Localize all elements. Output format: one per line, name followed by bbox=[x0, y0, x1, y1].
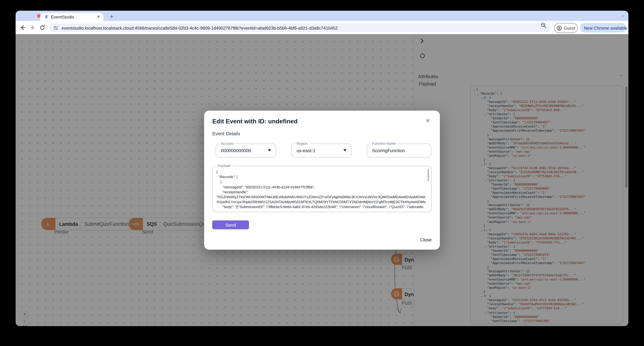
reload-icon[interactable] bbox=[38, 24, 46, 31]
modal-title: Edit Event with ID: undefined bbox=[212, 118, 298, 125]
region-value: us-east-1 bbox=[296, 148, 316, 153]
account-caret-icon bbox=[268, 149, 271, 151]
payload-label: Payload bbox=[216, 164, 232, 168]
new-tab-button[interactable]: + bbox=[108, 12, 116, 21]
payload-scrollbar[interactable] bbox=[428, 169, 429, 181]
browser-tab[interactable]: EventStudio ✕ bbox=[40, 13, 104, 21]
send-button[interactable]: Send bbox=[212, 220, 249, 229]
profile-chip[interactable]: Guest bbox=[554, 23, 578, 33]
edit-event-modal: Edit Event with ID: undefined ✕ Event De… bbox=[204, 111, 440, 250]
profile-label: Guest bbox=[564, 26, 575, 31]
account-label: Account bbox=[219, 142, 235, 145]
screenshot-stage: EventStudio ✕ + ⌄ eventstudio.localhost.… bbox=[0, 0, 644, 346]
tab-title: EventStudio bbox=[51, 14, 97, 19]
window-close-button[interactable] bbox=[37, 14, 41, 18]
payload-field[interactable]: Payload { "Records": [ { "messageId": "6… bbox=[212, 166, 432, 212]
function-name-value: ScoringFunction bbox=[372, 148, 405, 153]
url-text[interactable]: eventstudio.localhost.localstack.cloud:4… bbox=[62, 25, 551, 30]
function-name-field[interactable]: Function Name ScoringFunction bbox=[367, 143, 431, 157]
chrome-update-pill[interactable]: New Chrome available ⋮ bbox=[580, 23, 626, 33]
back-icon[interactable] bbox=[19, 24, 26, 31]
zoom-out-search-icon[interactable] bbox=[540, 22, 547, 28]
modal-close-icon[interactable]: ✕ bbox=[426, 118, 430, 124]
region-label: Region bbox=[295, 142, 309, 145]
tab-close-icon[interactable]: ✕ bbox=[97, 15, 100, 19]
region-select[interactable]: Region us-east-1 bbox=[291, 143, 352, 157]
account-value: 000000000000 bbox=[221, 148, 251, 153]
account-select[interactable]: Account 000000000000 bbox=[216, 143, 276, 157]
browser-toolbar: eventstudio.localhost.localstack.cloud:4… bbox=[16, 21, 628, 35]
eventstudio-favicon-icon bbox=[44, 15, 48, 19]
payload-textarea[interactable]: { "Records": [ { "messageId": "65032221-… bbox=[216, 169, 426, 210]
region-caret-icon bbox=[343, 149, 347, 151]
tab-strip-chevron-icon[interactable]: ⌄ bbox=[621, 13, 624, 17]
close-button[interactable]: Close bbox=[420, 237, 432, 242]
forward-icon[interactable] bbox=[29, 24, 36, 31]
function-name-label: Function Name bbox=[370, 142, 398, 145]
chrome-update-label: New Chrome available bbox=[584, 25, 628, 30]
tab-strip: EventStudio ✕ + ⌄ bbox=[16, 11, 628, 21]
guest-avatar-icon bbox=[557, 25, 562, 31]
event-details-label: Event Details bbox=[212, 131, 240, 136]
browser-window: EventStudio ✕ + ⌄ eventstudio.localhost.… bbox=[16, 11, 628, 326]
url-bar[interactable]: eventstudio.localhost.localstack.cloud:4… bbox=[49, 24, 551, 32]
site-settings-icon[interactable] bbox=[54, 25, 58, 30]
